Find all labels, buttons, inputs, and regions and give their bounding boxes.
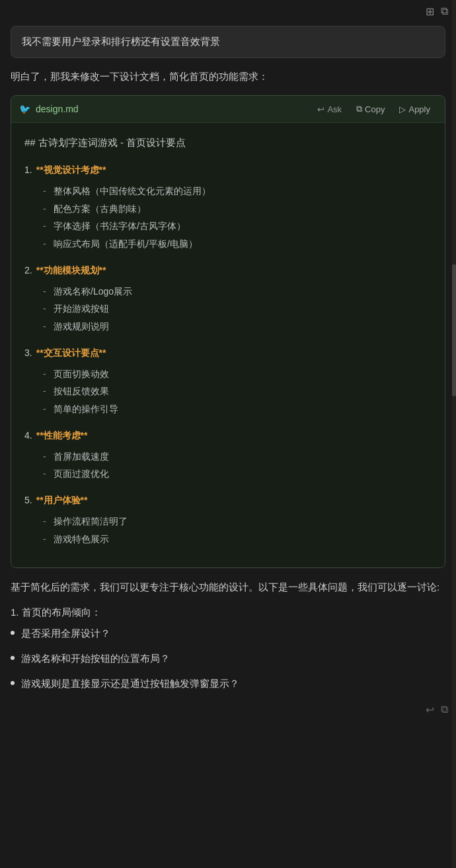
list-item: 首屏加载速度 [43, 448, 432, 466]
copy-button[interactable]: ⧉ Copy [350, 101, 391, 117]
assistant-followup-text: 基于简化后的需求，我们可以更专注于核心功能的设计。以下是一些具体问题，我们可以逐… [11, 581, 439, 593]
list-item: 游戏规则说明 [43, 318, 432, 336]
list-item: 是否采用全屏设计？ [11, 626, 445, 641]
section-4-items: 首屏加载速度 页面过渡优化 [43, 448, 432, 483]
bullet-dot [11, 656, 15, 660]
file-content: ## 古诗划字连词游戏 - 首页设计要点 1. **视觉设计考虑** 整体风格（… [11, 123, 445, 567]
list-item: 页面切换动效 [43, 365, 432, 383]
section-4: 4. **性能考虑** 首屏加载速度 页面过渡优化 [24, 427, 432, 483]
list-item: 游戏名称/Logo展示 [43, 283, 432, 301]
section-1-title: **视觉设计考虑** [36, 162, 106, 178]
bottom-toolbar: ↩ ⧉ [0, 701, 456, 719]
section-5-header: 5. **用户体验** [24, 492, 432, 509]
ask-button[interactable]: ↩ Ask [311, 101, 348, 117]
apply-button[interactable]: ▷ Apply [393, 101, 437, 117]
section-2-items: 游戏名称/Logo展示 开始游戏按钮 游戏规则说明 [43, 283, 432, 336]
section-3-header: 3. **交互设计要点** [24, 345, 432, 361]
user-message: 我不需要用户登录和排行榜还有设置音效背景 [11, 26, 445, 58]
list-item: 页面过渡优化 [43, 465, 432, 483]
section-5-num: 5. [24, 492, 32, 509]
bullet-item-text: 游戏名称和开始按钮的位置布局？ [21, 651, 170, 667]
copy-doc-icon: ⧉ [356, 104, 362, 114]
section-3-items: 页面切换动效 按钮反馈效果 简单的操作引导 [43, 365, 432, 418]
bullet-dot [11, 681, 15, 685]
list-item: 开始游戏按钮 [43, 300, 432, 318]
section-1-header: 1. **视觉设计考虑** [24, 162, 432, 178]
apply-label: Apply [408, 104, 430, 114]
list-item: 操作流程简洁明了 [43, 513, 432, 530]
bullet-item-text: 是否采用全屏设计？ [21, 626, 110, 641]
list-item: 游戏名称和开始按钮的位置布局？ [11, 651, 445, 667]
list-item: 整体风格（中国传统文化元素的运用） [43, 182, 432, 200]
ask-icon: ↩ [317, 104, 324, 114]
bullet-dot [11, 631, 15, 635]
section-1-items: 整体风格（中国传统文化元素的运用） 配色方案（古典韵味） 字体选择（书法字体/古… [43, 182, 432, 252]
section-2-num: 2. [24, 262, 32, 279]
file-action-buttons: ↩ Ask ⧉ Copy ▷ Apply [311, 101, 437, 117]
list-item: 配色方案（古典韵味） [43, 200, 432, 218]
section-3: 3. **交互设计要点** 页面切换动效 按钮反馈效果 简单的操作引导 [24, 345, 432, 418]
section-3-title: **交互设计要点** [36, 345, 106, 361]
file-name-area: 🐦 design.md [19, 104, 79, 114]
list-item: 字体选择（书法字体/古风字体） [43, 217, 432, 235]
section-4-header: 4. **性能考虑** [24, 427, 432, 444]
section-5-items: 操作流程简洁明了 游戏特色展示 [43, 513, 432, 548]
section-2-header: 2. **功能模块规划** [24, 262, 432, 279]
file-name-label: design.md [36, 104, 79, 114]
list-item: 游戏特色展示 [43, 530, 432, 548]
section-2-title: **功能模块规划** [36, 262, 106, 279]
question-label-text: 1. 首页的布局倾向： [11, 606, 101, 618]
assistant-intro-text: 明白了，那我来修改一下设计文档，简化首页的功能需求： [11, 71, 268, 82]
file-type-icon: 🐦 [19, 104, 30, 114]
section-4-num: 4. [24, 427, 32, 444]
copy-icon-bottom[interactable]: ⧉ [441, 704, 448, 716]
file-card: 🐦 design.md ↩ Ask ⧉ Copy ▷ Apply ## 古诗划字… [11, 95, 445, 568]
list-item: 按钮反馈效果 [43, 382, 432, 400]
bullet-item-text: 游戏规则是直接显示还是通过按钮触发弹窗显示？ [21, 676, 239, 692]
assistant-followup: 基于简化后的需求，我们可以更专注于核心功能的设计。以下是一些具体问题，我们可以逐… [11, 579, 445, 596]
section-3-num: 3. [24, 345, 32, 361]
section-4-title: **性能考虑** [36, 427, 88, 444]
section-5: 5. **用户体验** 操作流程简洁明了 游戏特色展示 [24, 492, 432, 548]
undo-icon[interactable]: ↩ [426, 704, 434, 716]
copy-icon-top[interactable]: ⧉ [441, 5, 448, 18]
scrollbar-track [452, 0, 456, 868]
copy-label: Copy [365, 104, 385, 114]
top-toolbar: ⊞ ⧉ [0, 0, 456, 20]
user-message-text: 我不需要用户登录和排行榜还有设置音效背景 [22, 36, 220, 47]
question-label: 1. 首页的布局倾向： [11, 606, 445, 619]
ask-label: Ask [327, 104, 342, 114]
doc-title-text: ## 古诗划字连词游戏 - 首页设计要点 [24, 137, 186, 148]
section-1: 1. **视觉设计考虑** 整体风格（中国传统文化元素的运用） 配色方案（古典韵… [24, 162, 432, 253]
assistant-intro: 明白了，那我来修改一下设计文档，简化首页的功能需求： [11, 69, 445, 85]
section-5-title: **用户体验** [36, 492, 88, 509]
section-2: 2. **功能模块规划** 游戏名称/Logo展示 开始游戏按钮 游戏规则说明 [24, 262, 432, 336]
scrollbar-thumb[interactable] [452, 264, 456, 396]
file-card-header: 🐦 design.md ↩ Ask ⧉ Copy ▷ Apply [11, 96, 445, 123]
list-item: 游戏规则是直接显示还是通过按钮触发弹窗显示？ [11, 676, 445, 692]
section-1-num: 1. [24, 162, 32, 178]
list-item: 响应式布局（适配手机/平板/电脑） [43, 235, 432, 253]
doc-title: ## 古诗划字连词游戏 - 首页设计要点 [24, 133, 432, 151]
grid-icon[interactable]: ⊞ [426, 5, 434, 18]
bullet-list: 是否采用全屏设计？ 游戏名称和开始按钮的位置布局？ 游戏规则是直接显示还是通过按… [11, 626, 445, 692]
apply-icon: ▷ [399, 104, 406, 114]
list-item: 简单的操作引导 [43, 400, 432, 418]
